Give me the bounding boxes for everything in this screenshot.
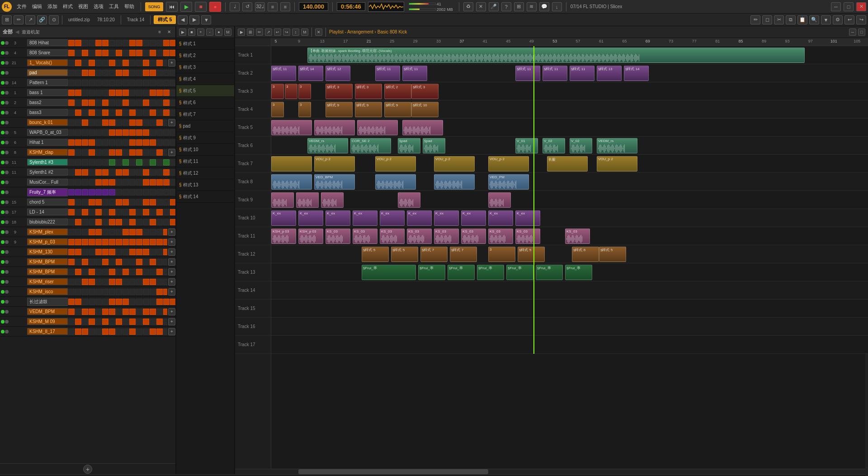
timeline-scroll-area[interactable]: 5913172125293337414549535761656973778185… (271, 38, 868, 469)
pattern-cell[interactable] (75, 40, 81, 46)
clip-block[interactable]: §样式 2 (384, 84, 411, 99)
pattern-cell[interactable] (116, 209, 122, 215)
channel-active-dot[interactable] (1, 171, 5, 174)
clip-block[interactable]: KS_03 (380, 228, 405, 244)
pattern-cell[interactable] (95, 309, 102, 315)
pattern-cell[interactable] (150, 80, 156, 86)
pattern-cell[interactable] (82, 129, 88, 136)
pl-header-undo[interactable]: ↩ (274, 29, 281, 36)
pattern-cell[interactable] (156, 80, 163, 86)
pattern-cell[interactable] (116, 60, 122, 66)
pattern-cell[interactable] (116, 289, 122, 295)
pattern-cell[interactable] (89, 179, 95, 186)
pattern-cell[interactable] (75, 209, 81, 215)
record-btn[interactable]: ● (209, 2, 221, 12)
channel-name[interactable]: KSHM_130 (27, 248, 68, 255)
pattern-cell[interactable] (136, 229, 142, 235)
pattern-cell[interactable] (170, 70, 176, 76)
channel-add-btn[interactable]: + (168, 278, 175, 286)
pattern-cell[interactable] (116, 80, 122, 86)
pattern-cell[interactable] (143, 90, 149, 96)
pattern-cell[interactable] (89, 289, 95, 295)
pattern-cell[interactable] (95, 319, 102, 325)
pattern-cell[interactable] (150, 159, 156, 166)
channel-mute-dot[interactable] (5, 240, 9, 244)
clip-block[interactable]: 3 (488, 247, 515, 262)
pattern-cell[interactable] (163, 319, 168, 325)
clip-block[interactable]: K_ex (380, 210, 405, 226)
pattern-cell[interactable] (123, 279, 129, 285)
pattern-cell[interactable] (163, 259, 168, 265)
pattern-cell[interactable] (68, 159, 75, 166)
pattern-cell[interactable] (123, 129, 129, 136)
pattern-cell[interactable] (123, 269, 129, 275)
pattern-cell[interactable] (95, 100, 102, 106)
minimize-btn[interactable]: ─ (831, 2, 841, 11)
pattern-cell[interactable] (156, 199, 163, 205)
pattern-cell[interactable] (109, 189, 115, 195)
clip-block[interactable]: §Frui_率 (565, 265, 592, 280)
pattern-cell[interactable] (82, 229, 88, 235)
step-btn[interactable]: ≡ (268, 2, 278, 11)
pattern-cell[interactable] (150, 70, 156, 76)
pattern-cell[interactable] (163, 70, 170, 76)
pattern-cell[interactable] (95, 50, 102, 56)
settings-btn[interactable]: ⚙ (833, 15, 843, 24)
pattern-cell[interactable] (89, 269, 95, 275)
channel-name[interactable]: bass3 (27, 109, 68, 116)
pattern-cell[interactable] (150, 269, 156, 275)
pattern-cell[interactable] (156, 169, 163, 176)
pattern-cell[interactable] (136, 239, 142, 245)
clip-block[interactable]: V_01 (515, 138, 538, 153)
pattern-cell[interactable] (68, 169, 75, 176)
channel-row[interactable]: 9KSHM_p_03+ (0, 237, 175, 247)
clip-block[interactable]: K_ex (461, 210, 486, 226)
pattern-cell[interactable] (89, 249, 95, 255)
pattern-cell[interactable] (156, 319, 163, 325)
clip-block[interactable]: VOU_p 2 (314, 156, 355, 171)
pattern-cell[interactable] (82, 169, 88, 176)
clip-block[interactable] (314, 120, 355, 135)
channel-name[interactable]: KSHM_II_17 (27, 328, 68, 335)
pattern-cell[interactable] (143, 159, 149, 166)
pattern-cell[interactable] (170, 219, 176, 225)
pattern-cell[interactable] (68, 209, 75, 215)
clip-block[interactable]: §样式 5 (518, 247, 545, 262)
pattern-cell[interactable] (102, 100, 108, 106)
pl-stop-btn[interactable]: ■ (188, 29, 195, 36)
pattern-cell[interactable] (143, 119, 149, 126)
pattern-cell[interactable] (136, 159, 142, 166)
pattern-cell[interactable] (123, 319, 129, 325)
channel-name[interactable]: KSHM_riser (27, 278, 68, 285)
pattern-cell[interactable] (95, 179, 102, 186)
pattern-cell[interactable] (136, 40, 142, 46)
channel-name[interactable]: pad (27, 69, 68, 76)
channel-active-dot[interactable] (1, 300, 5, 304)
pattern-cell[interactable] (102, 179, 108, 186)
pl-header-sel[interactable]: ↗ (265, 29, 272, 36)
channel-active-dot[interactable] (1, 190, 5, 194)
pattern-cell[interactable] (136, 139, 142, 146)
pattern-cell[interactable] (150, 309, 156, 315)
channel-name[interactable]: chord 5 (27, 199, 68, 205)
pattern-cell[interactable] (109, 119, 115, 126)
pattern-cell[interactable] (116, 328, 122, 335)
pattern-cell[interactable] (170, 139, 176, 146)
channel-row[interactable]: 9KSHM_plex+ (0, 227, 175, 237)
channel-name[interactable]: VEDM_BPM (27, 308, 68, 315)
channel-active-dot[interactable] (1, 71, 5, 75)
pattern-cell[interactable] (75, 149, 81, 156)
close-btn[interactable]: ✕ (856, 2, 866, 11)
pattern-cell[interactable] (89, 129, 95, 136)
channel-row[interactable]: bounc_k 01+ (0, 118, 175, 128)
channel-mute-dot[interactable] (5, 111, 9, 114)
pattern-cell[interactable] (89, 169, 95, 176)
pattern-cell[interactable] (89, 139, 95, 146)
pattern-cell[interactable] (150, 189, 156, 195)
paste-btn[interactable]: 📋 (797, 15, 807, 24)
channel-name[interactable]: bass 1 (27, 89, 68, 96)
pattern-cell[interactable] (109, 80, 115, 86)
clip-block[interactable]: §Frui_率 (418, 265, 445, 280)
pattern-cell[interactable] (109, 70, 115, 76)
pattern-cell[interactable] (109, 209, 115, 215)
